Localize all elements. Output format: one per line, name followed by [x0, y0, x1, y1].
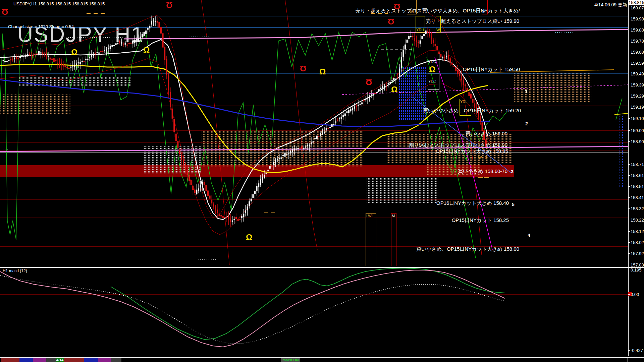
- session-box-label: YDH: [416, 28, 424, 32]
- macd-panel-label: H1 macd (12): [3, 268, 27, 273]
- target-number-label: 4: [528, 233, 530, 238]
- axis-label: 160.075: [631, 5, 644, 10]
- session-box-lwh: LWH: [407, 0, 417, 14]
- last-updated-label: 4/14 06:09 更新: [594, 2, 627, 8]
- strip-label-macd-on: macd ON: [281, 358, 300, 362]
- current-price-tag: 158.815: [629, 0, 644, 5]
- chart-canvas[interactable]: [0, 0, 644, 362]
- session-box-d: D: [484, 155, 489, 178]
- yellow-edge: [614, 113, 628, 115]
- session-box-w: W: [478, 155, 483, 178]
- axis-label: 0.195: [631, 267, 642, 273]
- axis-label: 159.295: [631, 94, 644, 99]
- axis-tick: [628, 208, 630, 209]
- order-annotation: OP15日NYカット大きめ 158.85: [436, 148, 508, 155]
- target-number-label: 3: [511, 169, 514, 174]
- strip-segment: [64, 358, 84, 362]
- timeframe-strip: 4/14macd ON: [0, 357, 644, 362]
- axis-tick: [628, 186, 630, 187]
- buy-arrow-icon: Ω: [143, 46, 150, 54]
- order-annotation: 買い小さめ 159.00: [465, 131, 507, 137]
- strip-segment: [1, 358, 19, 362]
- sell-arrow-icon: Ω: [166, 1, 172, 9]
- axis-label: -0.427: [631, 348, 643, 353]
- strip-text: macd ON: [281, 358, 300, 362]
- axis-tick: [628, 350, 630, 351]
- session-box-m: M: [391, 213, 396, 266]
- session-box-label: W: [436, 28, 440, 32]
- session-box-ydh: YDH: [416, 16, 425, 33]
- axis-tick: [628, 96, 630, 96]
- axis-label: 159.000: [631, 128, 644, 133]
- target-number-label: 5: [512, 202, 515, 207]
- axis-label: 0.00: [631, 292, 639, 297]
- axis-label: 158.610: [631, 173, 644, 178]
- strip-segment: [620, 358, 628, 362]
- axis-tick: [628, 107, 630, 107]
- session-box-label: M: [482, 10, 485, 14]
- axis-label: 159.880: [631, 27, 644, 33]
- axis-tick: [628, 8, 630, 8]
- axis-label: 158.710: [631, 162, 644, 167]
- axis-tick: [628, 253, 630, 254]
- order-annotation: 売り・超えるとストップロス買いやや大きめ、OP15日NYカット大きめ/: [356, 8, 520, 14]
- strip-segment: [111, 358, 121, 362]
- axis-tick: [628, 130, 630, 131]
- axis-tick: [628, 220, 630, 220]
- axis-label: 159.590: [631, 61, 644, 66]
- axis-label: 158.905: [631, 139, 644, 144]
- session-box-label: YDO: [428, 60, 436, 64]
- buy-arrow-icon: Ω: [391, 85, 397, 94]
- axis-label: 159.395: [631, 82, 644, 87]
- session-box-label: M: [392, 214, 395, 218]
- axis-tick: [628, 118, 630, 119]
- axis-label: 158.515: [631, 184, 644, 189]
- axis-tick: [628, 141, 630, 142]
- axis-label: 159.490: [631, 71, 644, 76]
- axis-label: 159.685: [631, 50, 644, 55]
- session-box-label: YDC: [428, 79, 436, 83]
- chart-title-ohlc: USDJPY,H1 158.815 158.815 158.815 158.81…: [13, 1, 105, 6]
- axis-tick: [628, 30, 630, 30]
- order-annotation: OP16日NYカット大きめ 158.40: [436, 200, 509, 206]
- strip-segment: [33, 358, 46, 362]
- order-annotation: OP15日NYカット 158.25: [452, 217, 509, 224]
- axis-label: 158.320: [631, 206, 644, 211]
- axis-tick: [628, 294, 630, 295]
- axis-label: 159.980: [631, 16, 644, 21]
- sell-arrow-icon: Ω: [300, 64, 306, 72]
- session-box-label: LWH: [408, 10, 416, 14]
- green-edge: [616, 98, 622, 120]
- macd-pink: [0, 270, 505, 347]
- session-box-label: LWL: [366, 214, 374, 218]
- strip-segment: [46, 358, 56, 362]
- axis-label: 158.025: [631, 240, 644, 245]
- axis-tick: [628, 265, 630, 265]
- session-box-lwl: LWL: [366, 213, 376, 266]
- session-box-w: W: [436, 16, 441, 33]
- order-annotation: 買い小さめ、OP15日NYカット大きめ 158.00: [416, 246, 519, 252]
- sell-arrow-icon: Ω: [388, 17, 394, 25]
- trading-terminal-chart-window: { "window": { "title": "USDJPY,H1 158.81…: [0, 0, 644, 362]
- buy-arrow-icon: Ω: [71, 48, 77, 56]
- price-axis-line: [628, 0, 629, 356]
- axis-tick: [628, 85, 630, 85]
- buy-arrow-icon: Ω: [246, 233, 252, 241]
- pink-step: [124, 29, 628, 39]
- session-box-ydc: YDC: [428, 73, 439, 90]
- order-annotation: 買いやや小さめ、OP15日NYカット 159.20: [423, 108, 521, 114]
- strip-label-4-14: 4/14: [56, 358, 64, 362]
- sell-arrow-icon: Ω: [366, 78, 372, 86]
- axis-label: 157.925: [631, 251, 644, 256]
- strip-text: 4/14: [56, 358, 64, 362]
- axis-tick: [628, 19, 630, 19]
- order-annotation: 割り込むとストップロス売り小さめ 158.90: [409, 142, 507, 148]
- target-number-label: 2: [525, 121, 528, 126]
- axis-tick: [628, 270, 630, 270]
- axis-tick: [628, 175, 630, 176]
- axis-tick: [628, 164, 630, 165]
- axis-label: 159.195: [631, 105, 644, 110]
- sell-arrow-icon: Ω: [2, 8, 8, 16]
- axis-tick: [628, 41, 630, 41]
- session-box-label: D: [485, 156, 487, 160]
